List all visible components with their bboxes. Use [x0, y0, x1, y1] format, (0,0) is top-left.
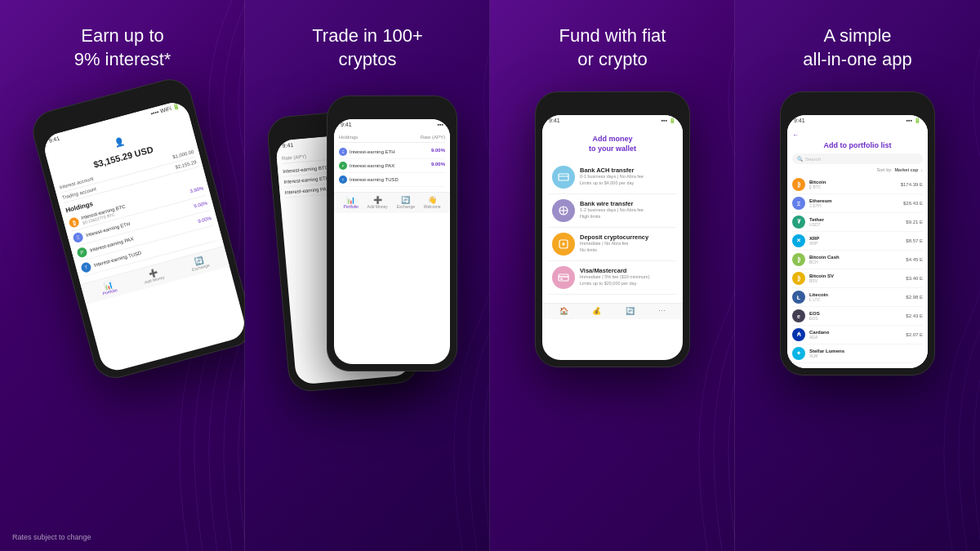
nav-bar-2: 📊Portfolio ➕Add Money 🔄Exchange 👋Welcome: [334, 192, 450, 213]
crypto-list-item[interactable]: ₿ Bitcoin SV BSV $3.40 E: [792, 269, 923, 288]
add-money-title: Add money to your wallet: [549, 135, 676, 153]
screen-content-3: Add money to your wallet Bank ACH transf…: [542, 127, 683, 302]
crypto-icon: ✕: [792, 234, 805, 247]
crypto-ticker: XRP: [809, 241, 902, 246]
crypto-list-item[interactable]: ✦ Stellar Lumens XLM: [792, 344, 923, 363]
pax-icon-2: P: [339, 162, 347, 170]
crypto-icon: Ł: [792, 291, 805, 304]
crypto-ticker: Ξ ETH: [809, 203, 899, 208]
search-icon-4: 🔍: [797, 156, 803, 162]
phone-screen-4: 9:41 ▪▪▪ 🔋 ← Add to portfolio list 🔍 Sea…: [787, 115, 928, 368]
nav-home-3[interactable]: 🏠: [559, 307, 568, 315]
payment-crypto[interactable]: Deposit cryptocurrency Immediate | No Ab…: [549, 228, 676, 261]
crypto-list-item[interactable]: Ξ Ethereum Ξ ETH $26.43 E: [792, 194, 923, 213]
phone-mockup-1: 9:41 ▪▪▪▪ WiFi 🔋 👤 $3,155.29 USD Interes…: [28, 74, 245, 383]
footnote-1: Rates subject to change: [12, 533, 91, 541]
payment-wire[interactable]: Bank wire transfer 1-2 business days | N…: [549, 194, 676, 228]
crypto-list-item[interactable]: ₮ Tether USDT $9.21 E: [792, 213, 923, 232]
svg-rect-8: [559, 274, 568, 281]
nav-portfolio-2[interactable]: 📊Portfolio: [343, 196, 358, 209]
nav-exchange[interactable]: 🔄Exchange: [189, 255, 211, 272]
phone-screen-1: 9:41 ▪▪▪▪ WiFi 🔋 👤 $3,155.29 USD Interes…: [41, 100, 245, 375]
crypto-price: $4.45 E: [906, 257, 923, 262]
divider-3: [734, 0, 735, 551]
pax-icon: P: [76, 247, 88, 259]
phone-mockup-4: 9:41 ▪▪▪ 🔋 ← Add to portfolio list 🔍 Sea…: [780, 91, 935, 375]
status-bar-4: 9:41 ▪▪▪ 🔋: [787, 115, 928, 127]
card-icon: [552, 266, 575, 289]
nav-welcome-2[interactable]: 👋Welcome: [424, 196, 441, 209]
status-bar-3: 9:41 ▪▪▪ 🔋: [542, 115, 683, 127]
crypto-icon: ₮: [792, 216, 805, 229]
crypto-list-item[interactable]: e EOS EOS $2.43 E: [792, 307, 923, 326]
crypto-price: $9.21 E: [906, 220, 923, 224]
crypto-price: $26.43 E: [903, 201, 923, 206]
nav-portfolio[interactable]: 📊Portfolio: [100, 279, 118, 295]
crypto-ticker: EOS: [809, 316, 902, 321]
crypto-deposit-icon: [552, 233, 575, 256]
crypto-list-item[interactable]: ₿ Bitcoin Cash BCH $4.45 E: [792, 251, 923, 269]
panel-1-title: Earn up to 9% interest*: [74, 24, 172, 71]
crypto-icon: ✦: [792, 347, 805, 360]
crypto-list-item[interactable]: ₳ Cardano ADA $2.07 E: [792, 326, 923, 344]
payment-card[interactable]: Visa/Mastercard Immediate | 5% fee ($10 …: [549, 261, 676, 295]
front-row-pax: P Interest-earning PAX 9.00%: [339, 159, 445, 173]
front-screen-content: Holdings Rate (APY) Ξ Interest-earning E…: [334, 130, 450, 192]
panel-1-content: Earn up to 9% interest* 9:41 ▪▪▪▪ WiFi 🔋…: [16, 24, 229, 535]
crypto-price: $174.39 E: [901, 182, 923, 187]
panel-1: Earn up to 9% interest* 9:41 ▪▪▪▪ WiFi 🔋…: [0, 0, 245, 551]
nav-addmoney-2[interactable]: ➕Add Money: [368, 196, 388, 209]
front-row-tusd: T Interest-earning TUSD: [339, 173, 445, 187]
front-row-eth: Ξ Interest-earning ETH 9.00%: [339, 145, 445, 159]
front-table-header: Holdings Rate (APY): [339, 135, 445, 143]
sort-arrow-icon: ↓: [920, 167, 923, 172]
crypto-ticker: Ł LTC: [809, 297, 902, 302]
eth-icon-2: Ξ: [339, 148, 347, 156]
crypto-list: ₿ Bitcoin ₿ BTC $174.39 E Ξ Ethereum Ξ E…: [792, 176, 923, 363]
divider-2: [489, 0, 490, 551]
panel-2-title: Trade in 100+ cryptos: [312, 24, 423, 71]
panel-2-content: Trade in 100+ cryptos 9:41 ▪▪▪ Rate (APY…: [261, 24, 474, 535]
phone-notch-4: [787, 99, 928, 115]
crypto-ticker: BCH: [809, 260, 902, 264]
crypto-icon: ₿: [792, 178, 805, 191]
back-button-4[interactable]: ←: [792, 131, 923, 139]
crypto-price: $2.43 E: [906, 313, 923, 318]
phone-mockup-3: 9:41 ▪▪▪ 🔋 Add money to your wallet Bank…: [535, 91, 690, 367]
nav-addmoney[interactable]: ➕Add Money: [142, 267, 166, 285]
crypto-price: $2.98 E: [906, 295, 923, 300]
crypto-ticker: BSV: [809, 278, 902, 283]
crypto-price: $8.57 E: [906, 238, 923, 243]
ach-icon: [552, 166, 575, 189]
portfolio-list-title: Add to portfolio list: [792, 141, 923, 149]
panel-4: A simple all-in-one app 9:41 ▪▪▪ 🔋 ← Add…: [735, 0, 980, 551]
sort-row-4: Sort by: Market cap ↓: [792, 167, 923, 172]
nav-wallet-3[interactable]: 💰: [592, 307, 601, 315]
tusd-icon-2: T: [339, 176, 347, 184]
panel-2: Trade in 100+ cryptos 9:41 ▪▪▪ Rate (APY…: [245, 0, 490, 551]
crypto-list-item[interactable]: ₿ Bitcoin ₿ BTC $174.39 E: [792, 176, 923, 194]
payment-ach[interactable]: Bank ACH transfer 0-1 business days | No…: [549, 161, 676, 194]
svg-rect-10: [560, 278, 563, 280]
nav-exchange-3[interactable]: 🔄: [626, 307, 635, 315]
eth-icon: Ξ: [72, 232, 84, 244]
phone-notch-3: [542, 99, 683, 115]
tusd-icon: T: [80, 261, 92, 273]
panel-3: Fund with fiat or crypto 9:41 ▪▪▪ 🔋 Add …: [490, 0, 735, 551]
nav-exchange-2[interactable]: 🔄Exchange: [397, 196, 415, 209]
phone-front-mockup: 9:41 ▪▪▪ Holdings Rate (APY) Ξ Interest-…: [327, 96, 457, 371]
crypto-list-item[interactable]: ✕ XRP XRP $8.57 E: [792, 232, 923, 251]
crypto-list-item[interactable]: Ł Litecoin Ł LTC $2.98 E: [792, 288, 923, 307]
phone-screen-3: 9:41 ▪▪▪ 🔋 Add money to your wallet Bank…: [542, 115, 683, 360]
nav-more-3[interactable]: ⋯: [658, 307, 666, 315]
front-phone-screen: 9:41 ▪▪▪ Holdings Rate (APY) Ξ Interest-…: [334, 119, 450, 364]
crypto-icon: ₳: [792, 328, 805, 341]
panel-4-content: A simple all-in-one app 9:41 ▪▪▪ 🔋 ← Add…: [751, 24, 964, 535]
crypto-ticker: XLM: [809, 353, 919, 358]
search-box-4[interactable]: 🔍 Search: [792, 153, 923, 164]
crypto-icon: ₿: [792, 272, 805, 285]
crypto-price: $3.40 E: [906, 276, 923, 281]
front-status-bar: 9:41 ▪▪▪: [334, 119, 450, 130]
crypto-icon: e: [792, 309, 805, 322]
panel-3-title: Fund with fiat or crypto: [559, 24, 666, 71]
